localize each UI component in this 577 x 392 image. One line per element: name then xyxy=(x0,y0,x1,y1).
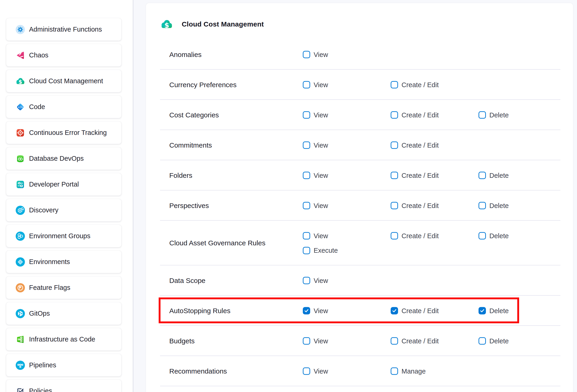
checkbox-label[interactable]: View xyxy=(314,367,328,375)
checkbox-label[interactable]: View xyxy=(314,337,328,345)
permission-row-folders: FoldersViewCreate / EditDelete xyxy=(146,160,573,190)
sidebar-item-developer-portal[interactable]: Developer Portal xyxy=(6,173,121,196)
checkbox-label[interactable]: Create / Edit xyxy=(401,172,439,179)
checkbox-label[interactable]: Create / Edit xyxy=(401,111,439,119)
sidebar-item-continuous-error-tracking[interactable]: Continuous Error Tracking xyxy=(6,121,121,144)
feature-flags-icon xyxy=(16,283,25,292)
cloud-cost-management-icon: $ xyxy=(16,76,25,86)
checkbox-label[interactable]: Delete xyxy=(489,337,509,345)
sidebar-item-infrastructure-as-code[interactable]: Infrastructure as Code xyxy=(6,328,121,351)
sidebar-item-discovery[interactable]: Discovery xyxy=(6,199,121,221)
checkbox-cost-categories-create-edit[interactable] xyxy=(391,111,398,119)
sidebar-item-label: Code xyxy=(29,103,45,111)
sidebar-item-database-devops[interactable]: Database DevOps xyxy=(6,147,121,170)
checkbox-label[interactable]: View xyxy=(314,51,328,58)
permission-row-commitments: CommitmentsViewCreate / Edit xyxy=(146,130,573,160)
check-icon xyxy=(304,308,309,314)
permission-row-label: Perspectives xyxy=(169,202,209,210)
checkbox-label[interactable]: Execute xyxy=(314,247,338,254)
checkbox-perspectives-view[interactable] xyxy=(303,202,310,209)
card-title: Cloud Cost Management xyxy=(182,19,264,29)
sidebar-item-environment-groups[interactable]: Environment Groups xyxy=(6,225,121,247)
checkbox-label[interactable]: View xyxy=(314,111,328,119)
sidebar-item-gitops[interactable]: GitOps xyxy=(6,302,121,325)
checkbox-label[interactable]: Create / Edit xyxy=(401,81,439,89)
checkbox-cloud-asset-governance-rules-view[interactable] xyxy=(303,232,310,240)
permission-row-budgets: BudgetsViewCreate / EditDelete xyxy=(146,326,573,356)
sidebar-item-label: Policies xyxy=(29,387,52,392)
checkbox-label[interactable]: Create / Edit xyxy=(401,232,439,240)
checkbox-autostopping-rules-view[interactable] xyxy=(303,307,310,315)
checkbox-budgets-view[interactable] xyxy=(303,337,310,345)
checkbox-cloud-asset-governance-rules-execute[interactable] xyxy=(303,247,310,254)
sidebar-item-feature-flags[interactable]: Feature Flags xyxy=(6,277,121,299)
sidebar-item-label: Administrative Functions xyxy=(29,26,102,33)
checkbox-label[interactable]: Delete xyxy=(489,111,509,119)
checkbox-label[interactable]: Manage xyxy=(401,367,426,375)
checkbox-perspectives-delete[interactable] xyxy=(478,202,486,209)
checkbox-commitments-view[interactable] xyxy=(303,142,310,149)
module-sidebar: Administrative FunctionsChaos$Cloud Cost… xyxy=(0,0,133,392)
checkbox-currency-preferences-create-edit[interactable] xyxy=(391,81,398,89)
checkbox-cost-categories-view[interactable] xyxy=(303,111,310,119)
permission-commitments-create-edit: Create / Edit xyxy=(391,141,439,149)
sidebar-item-pipelines[interactable]: Pipelines xyxy=(6,354,121,376)
checkbox-cost-categories-delete[interactable] xyxy=(478,111,486,119)
policies-icon xyxy=(16,387,25,392)
checkbox-label[interactable]: Delete xyxy=(489,172,509,179)
checkbox-label[interactable]: Delete xyxy=(489,307,509,315)
sidebar-item-policies[interactable]: Policies xyxy=(6,380,121,392)
sidebar-item-environments[interactable]: Environments xyxy=(6,251,121,273)
checkbox-anomalies-view[interactable] xyxy=(303,51,310,58)
sidebar-item-code[interactable]: </>Code xyxy=(6,96,121,118)
checkbox-label[interactable]: View xyxy=(314,141,328,149)
permission-folders-view: View xyxy=(303,172,328,179)
checkbox-label[interactable]: Create / Edit xyxy=(401,141,439,149)
card-header: $ Cloud Cost Management xyxy=(146,3,573,39)
checkbox-label[interactable]: Delete xyxy=(489,202,509,209)
checkbox-folders-view[interactable] xyxy=(303,172,310,179)
checkbox-autostopping-rules-delete[interactable] xyxy=(478,307,486,315)
checkbox-cloud-asset-governance-rules-delete[interactable] xyxy=(478,232,486,240)
checkbox-autostopping-rules-create-edit[interactable] xyxy=(391,307,398,315)
permission-cloud-asset-governance-rules-create-edit: Create / Edit xyxy=(391,232,439,240)
sidebar-item-administrative-functions[interactable]: Administrative Functions xyxy=(6,18,121,40)
sidebar-item-chaos[interactable]: Chaos xyxy=(6,44,121,67)
checkbox-label[interactable]: View xyxy=(314,232,328,240)
permission-perspectives-delete: Delete xyxy=(478,202,509,209)
checkbox-recommendations-view[interactable] xyxy=(303,368,310,375)
permission-row-label: Cloud Asset Governance Rules xyxy=(169,239,265,247)
checkbox-folders-delete[interactable] xyxy=(478,172,486,179)
permission-cost-categories-view: View xyxy=(303,111,328,119)
checkbox-recommendations-manage[interactable] xyxy=(391,368,398,375)
checkbox-label[interactable]: View xyxy=(314,307,328,315)
permission-perspectives-view: View xyxy=(303,202,328,209)
permission-currency-preferences-create-edit: Create / Edit xyxy=(391,81,439,89)
checkbox-label[interactable]: View xyxy=(314,277,328,284)
permission-folders-delete: Delete xyxy=(478,172,509,179)
checkbox-data-scope-view[interactable] xyxy=(303,277,310,284)
checkbox-currency-preferences-view[interactable] xyxy=(303,81,310,89)
permission-cost-categories-delete: Delete xyxy=(478,111,509,119)
checkbox-perspectives-create-edit[interactable] xyxy=(391,202,398,209)
checkbox-label[interactable]: Delete xyxy=(489,232,509,240)
checkbox-label[interactable]: Create / Edit xyxy=(401,307,439,315)
checkbox-budgets-delete[interactable] xyxy=(478,337,486,345)
checkbox-cloud-asset-governance-rules-create-edit[interactable] xyxy=(391,232,398,240)
continuous-error-tracking-icon xyxy=(16,128,25,138)
sidebar-item-label: Developer Portal xyxy=(29,180,79,188)
checkbox-label[interactable]: Create / Edit xyxy=(401,337,439,345)
checkbox-budgets-create-edit[interactable] xyxy=(391,337,398,345)
permissions-card: $ Cloud Cost Management AnomaliesViewCur… xyxy=(146,3,573,392)
checkbox-label[interactable]: View xyxy=(314,81,328,89)
sidebar-item-cloud-cost-management[interactable]: $Cloud Cost Management xyxy=(6,70,121,92)
permission-row-currency-preferences: Currency PreferencesViewCreate / Edit xyxy=(146,70,573,100)
checkbox-label[interactable]: View xyxy=(314,202,328,209)
checkbox-folders-create-edit[interactable] xyxy=(391,172,398,179)
checkbox-label[interactable]: View xyxy=(314,172,328,179)
sidebar-item-label: Chaos xyxy=(29,51,48,59)
checkbox-label[interactable]: Create / Edit xyxy=(401,202,439,209)
permission-perspectives-create-edit: Create / Edit xyxy=(391,202,439,209)
permission-row-cloud-asset-governance-rules: Cloud Asset Governance RulesViewCreate /… xyxy=(146,221,573,265)
checkbox-commitments-create-edit[interactable] xyxy=(391,142,398,149)
